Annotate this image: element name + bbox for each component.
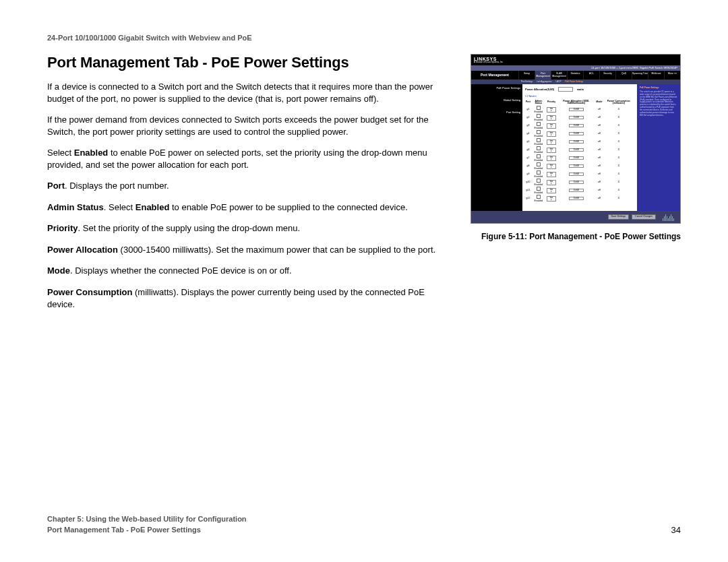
cell-port: g2 — [525, 114, 531, 122]
alloc-input[interactable] — [558, 87, 573, 92]
cell-alloc[interactable]: 15400 — [557, 162, 595, 170]
subnav-item[interactable]: Link Aggregation — [537, 81, 551, 83]
table-row: g7 Enabledlow ▾15400off0 — [525, 154, 634, 162]
cell-mode: off — [595, 106, 603, 114]
cell-mode: off — [595, 146, 603, 154]
cell-alloc[interactable]: 15400 — [557, 114, 595, 122]
cell-alloc[interactable]: 15400 — [557, 154, 595, 162]
table-row: g5 Enabledlow ▾15400off0 — [525, 138, 634, 146]
cell-priority[interactable]: low ▾ — [546, 114, 557, 122]
figure-screenshot: LINKSYS A Division of Cisco Systems, Inc… — [471, 54, 681, 224]
cell-status[interactable]: Enabled — [531, 114, 546, 122]
cell-port: g9 — [525, 170, 531, 179]
cell-status[interactable]: Enabled — [531, 138, 546, 146]
cell-mode: off — [595, 154, 603, 162]
cell-priority[interactable]: low ▾ — [546, 130, 557, 138]
nav-tab[interactable]: More >> — [664, 71, 680, 80]
nav-tab[interactable]: QoS — [615, 71, 632, 80]
cell-mode: off — [595, 195, 603, 203]
cell-priority[interactable]: low ▾ — [546, 154, 557, 162]
paragraph-priority: Priority. Set the priority of the supply… — [47, 222, 454, 235]
figure-body: PoE Power Settings Global Setting Port S… — [471, 84, 680, 211]
cell-priority[interactable]: low ▾ — [546, 106, 557, 114]
cell-status[interactable]: Enabled — [531, 122, 546, 130]
cell-port: g7 — [525, 154, 531, 162]
cell-alloc[interactable]: 15400 — [557, 106, 595, 114]
cell-priority[interactable]: low ▾ — [546, 138, 557, 146]
page-title: Port Management Tab - PoE Power Settings — [47, 54, 454, 71]
brand-subtitle: A Division of Cisco Systems, Inc. — [474, 61, 504, 63]
nav-tab[interactable]: Setup — [518, 71, 535, 80]
nav-tab[interactable]: Statistics — [567, 71, 583, 80]
cell-port: g6 — [525, 146, 531, 154]
cell-alloc[interactable]: 15400 — [557, 122, 595, 130]
cell-priority[interactable]: low ▾ — [546, 179, 557, 187]
cell-port: g1 — [525, 106, 531, 114]
cell-mode: off — [595, 114, 603, 122]
save-settings-button[interactable]: Save Settings — [608, 214, 630, 220]
cell-cons: 0 — [603, 114, 634, 122]
cell-cons: 0 — [603, 122, 634, 130]
cell-status[interactable]: Enabled — [531, 154, 546, 162]
text-column: Port Management Tab - PoE Power Settings… — [47, 54, 454, 319]
table-row: g10 Enabledlow ▾15400off0 — [525, 179, 634, 187]
cell-alloc[interactable]: 15400 — [557, 130, 595, 138]
side-label-global: Global Setting — [473, 99, 520, 102]
nav-tab[interactable]: Port Management — [535, 71, 551, 80]
cisco-logo-icon — [663, 213, 676, 221]
cell-port: g8 — [525, 162, 531, 170]
nav-tab[interactable]: ACL — [583, 71, 599, 80]
cell-port: g12 — [525, 195, 531, 203]
cell-priority[interactable]: low ▾ — [546, 162, 557, 170]
page-footer: Chapter 5: Using the Web-based Utility f… — [47, 514, 681, 535]
nav-tab[interactable]: VLAN Management — [551, 71, 567, 80]
table-row: g6 Enabledlow ▾15400off0 — [525, 146, 634, 154]
content-row: Port Management Tab - PoE Power Settings… — [47, 54, 681, 319]
cell-port: g10 — [525, 179, 531, 187]
paragraph-power-allocation: Power Allocation (3000-15400 milliwatts)… — [47, 244, 454, 256]
table-row: g4 Enabledlow ▾15400off0 — [525, 130, 634, 138]
cell-status[interactable]: Enabled — [531, 162, 546, 170]
cell-alloc[interactable]: 15400 — [557, 187, 595, 195]
subnav-item[interactable]: Port Settings — [521, 81, 533, 83]
cell-status[interactable]: Enabled — [531, 187, 546, 195]
cell-priority[interactable]: low ▾ — [546, 146, 557, 154]
cell-status[interactable]: Enabled — [531, 146, 546, 154]
cell-alloc[interactable]: 15400 — [557, 146, 595, 154]
cell-mode: off — [595, 138, 603, 146]
cancel-changes-button[interactable]: Cancel Changes — [632, 214, 656, 220]
footer-chapter: Chapter 5: Using the Web-based Utility f… — [47, 514, 247, 524]
cell-mode: off — [595, 122, 603, 130]
table-header: Admin Status — [531, 100, 546, 106]
cell-port: g11 — [525, 187, 531, 195]
cell-status[interactable]: Enabled — [531, 195, 546, 203]
cell-alloc[interactable]: 15400 — [557, 138, 595, 146]
paragraph-intro-1: If a device is connected to a Switch por… — [47, 81, 454, 104]
subnav-item[interactable]: PoE Power Settings — [565, 81, 583, 83]
figure-side-labels: PoE Power Settings Global Setting Port S… — [471, 84, 522, 211]
cell-alloc[interactable]: 15400 — [557, 170, 595, 179]
cell-status[interactable]: Enabled — [531, 130, 546, 138]
cell-priority[interactable]: low ▾ — [546, 170, 557, 179]
cell-status[interactable]: Enabled — [531, 170, 546, 179]
footer-section: Port Management Tab - PoE Power Settings — [47, 525, 247, 535]
table-row: g2 Enabledlow ▾15400off0 — [525, 114, 634, 122]
cell-priority[interactable]: low ▾ — [546, 122, 557, 130]
cell-alloc[interactable]: 15400 — [557, 179, 595, 187]
nav-tab[interactable]: Multicast — [648, 71, 664, 80]
nav-tab[interactable]: Spanning Tree — [632, 71, 648, 80]
figure-titlebar: 24-port 10/100/1000 + 2-port mini-GBIC G… — [471, 65, 680, 71]
paragraph-intro-2: If the power demand from devices connect… — [47, 114, 454, 137]
cell-priority[interactable]: low ▾ — [546, 195, 557, 203]
cell-alloc[interactable]: 15400 — [557, 195, 595, 203]
cell-priority[interactable]: low ▾ — [546, 187, 557, 195]
table-pager[interactable]: 1 2 Next>> — [525, 96, 634, 98]
cell-mode: off — [595, 170, 603, 179]
nav-tab[interactable]: Security — [599, 71, 615, 80]
cell-status[interactable]: Enabled — [531, 106, 546, 114]
global-alloc-row: Power Allocation(0-80) watts — [525, 87, 634, 92]
table-row: g9 Enabledlow ▾15400off0 — [525, 170, 634, 179]
cell-status[interactable]: Enabled — [531, 179, 546, 187]
subnav-item[interactable]: LACP — [556, 81, 562, 83]
alloc-unit: watts — [577, 88, 584, 91]
